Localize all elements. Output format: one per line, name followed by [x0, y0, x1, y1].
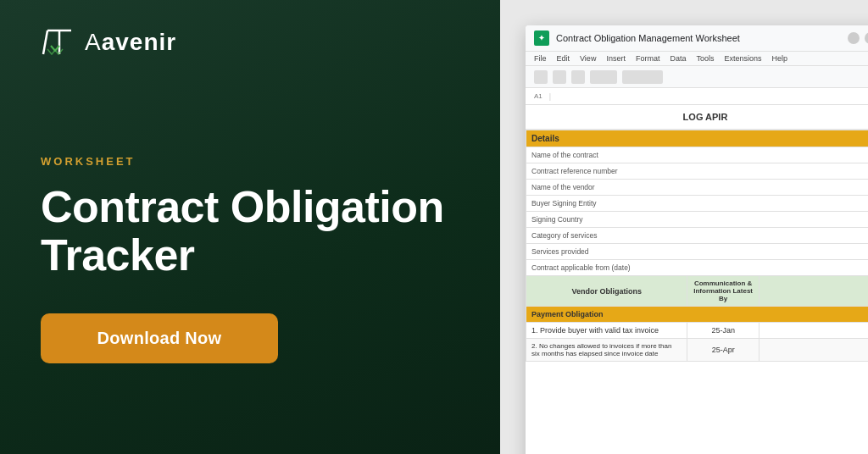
gs-toolbar [526, 66, 868, 88]
gs-header: ✦ Contract Obligation Management Workshe… [526, 25, 868, 52]
toolbar-undo[interactable] [534, 70, 548, 84]
toolbar-format[interactable] [622, 70, 663, 84]
detail-cell: Services provided [526, 244, 869, 260]
toolbar-print[interactable] [571, 70, 585, 84]
payment-extra-1 [759, 323, 868, 339]
detail-cell: Contract reference number [526, 163, 869, 180]
toolbar-redo[interactable] [553, 70, 566, 84]
detail-cell: Buyer Signing Entity [526, 196, 869, 212]
col-header-communication: Communication & Information Latest By [687, 276, 760, 307]
col-header-empty [759, 276, 868, 307]
menu-data[interactable]: Data [670, 54, 686, 63]
table-row: Contract reference number [526, 163, 869, 180]
table-row: Buyer Signing Entity [526, 196, 869, 212]
menu-help[interactable]: Help [771, 54, 787, 63]
payment-desc-1: 1. Provide buyer with valid tax invoice [526, 323, 687, 339]
payment-date-1: 25-Jan [687, 323, 760, 339]
table-row: Name of the contract [526, 147, 869, 163]
toolbar-zoom[interactable] [590, 70, 617, 84]
table-row: Signing Country [526, 212, 869, 228]
sheets-icon: ✦ [534, 30, 549, 46]
cell-ref: A1 [534, 92, 542, 100]
menu-view[interactable]: View [580, 54, 596, 63]
table-row: Category of services [526, 228, 869, 244]
payment-date-2: 25-Apr [687, 339, 760, 362]
menu-format[interactable]: Format [636, 54, 660, 63]
right-panel: ✦ Contract Obligation Management Workshe… [500, 0, 868, 454]
table-row: Details [526, 130, 869, 147]
detail-cell: Name of the contract [526, 147, 869, 163]
table-row: 2. No changes allowed to invoices if mor… [526, 339, 869, 362]
sheet-title: LOG APIR [526, 105, 868, 130]
main-title: Contract Obligation Tracker [41, 183, 459, 280]
main-table: Details Name of the contract Contract re… [526, 130, 868, 362]
table-row: 1. Provide buyer with valid tax invoice … [526, 323, 869, 339]
left-panel: Aavenir WORKSHEET Contract Obligation Tr… [0, 0, 500, 454]
worksheet-label: WORKSHEET [41, 155, 459, 168]
menu-edit[interactable]: Edit [557, 54, 570, 63]
details-header-cell: Details [526, 130, 869, 147]
spreadsheet-card: ✦ Contract Obligation Management Workshe… [526, 25, 868, 454]
download-now-button[interactable]: Download Now [41, 313, 278, 363]
detail-cell: Name of the vendor [526, 180, 869, 196]
table-row: Vendor Obligations Communication & Infor… [526, 276, 869, 307]
payment-desc-2: 2. No changes allowed to invoices if mor… [526, 339, 687, 362]
payment-extra-2 [759, 339, 868, 362]
menu-extensions[interactable]: Extensions [724, 54, 761, 63]
formula-divider: | [549, 92, 551, 101]
menu-file[interactable]: File [534, 54, 547, 63]
table-row: Payment Obligation [526, 307, 869, 323]
col-header-obligation: Vendor Obligations [526, 276, 687, 307]
header-icons [848, 32, 868, 44]
logo-area: Aavenir [41, 27, 459, 58]
header-icon-2 [865, 32, 868, 44]
detail-cell: Contract applicable from (date) [526, 260, 869, 276]
formula-bar[interactable]: A1 | [526, 88, 868, 105]
spreadsheet-title: Contract Obligation Management Worksheet [556, 33, 841, 43]
gs-menubar: File Edit View Insert Format Data Tools … [526, 52, 868, 66]
spreadsheet-wrapper: ✦ Contract Obligation Management Workshe… [526, 25, 868, 454]
page-container: Aavenir WORKSHEET Contract Obligation Tr… [0, 0, 868, 454]
logo-text: Aavenir [85, 29, 176, 56]
menu-tools[interactable]: Tools [696, 54, 714, 63]
header-icon-1 [848, 32, 860, 44]
content-area: WORKSHEET Contract Obligation Tracker Do… [41, 91, 459, 427]
table-row: Services provided [526, 244, 869, 260]
logo-icon [41, 27, 78, 58]
menu-insert[interactable]: Insert [606, 54, 626, 63]
detail-cell: Signing Country [526, 212, 869, 228]
table-row: Contract applicable from (date) [526, 260, 869, 276]
table-row: Name of the vendor [526, 180, 869, 196]
detail-cell: Category of services [526, 228, 869, 244]
payment-header-cell: Payment Obligation [526, 307, 869, 323]
